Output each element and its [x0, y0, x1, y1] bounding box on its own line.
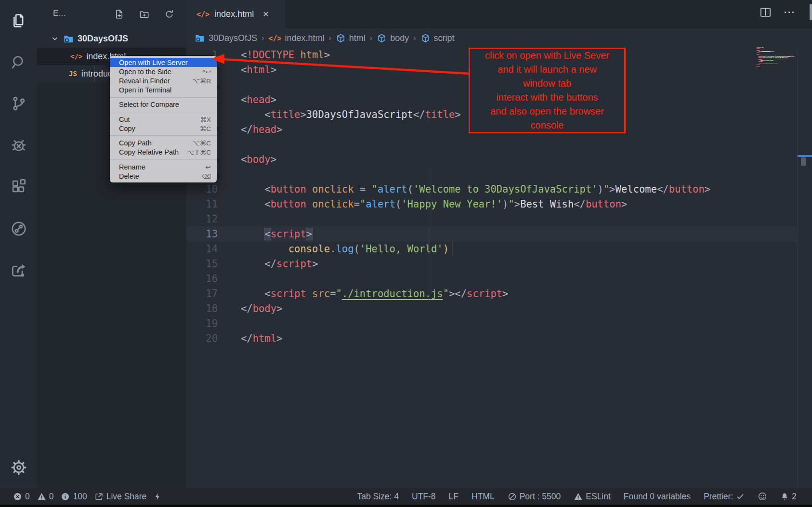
annotation-text-line: interact with the buttons	[470, 91, 624, 104]
line-content: </body>	[241, 301, 282, 316]
tab-index-html[interactable]: </> index.html ✕	[186, 0, 285, 28]
status-item-prettier-[interactable]: Prettier:	[704, 492, 745, 502]
line-number: 14	[186, 242, 218, 257]
line-content: <title>30DaysOfJavaScript</title>	[241, 107, 461, 122]
check-icon	[736, 492, 745, 501]
menu-item-open-to-the-side[interactable]: Open to the Side^↩	[110, 67, 217, 76]
status-item-label: Found 0 variables	[624, 492, 691, 502]
menu-item-reveal-in-finder[interactable]: Reveal in Finder⌥⌘R	[110, 76, 217, 85]
annotation-text-line: and also open the browser	[470, 104, 624, 118]
menu-separator	[110, 97, 217, 98]
menu-item-copy-relative-path[interactable]: Copy Relative Path⌥⇧⌘C	[110, 148, 217, 157]
new-file-icon[interactable]	[113, 8, 125, 20]
tab-label: index.html	[214, 9, 254, 19]
status-item-label: HTML	[471, 492, 495, 502]
menu-item-shortcut: ⌥⌘C	[192, 139, 211, 147]
more-actions-icon[interactable]	[783, 6, 796, 19]
debug-icon[interactable]	[0, 129, 37, 162]
menu-item-label: Delete	[119, 172, 139, 180]
extensions-icon[interactable]	[0, 170, 37, 204]
scrollbar-thumb[interactable]	[801, 157, 806, 166]
menu-item-copy-path[interactable]: Copy Path⌥⌘C	[110, 139, 217, 148]
settings-gear-icon[interactable]	[0, 451, 37, 484]
menu-item-open-with-live-server[interactable]: Open with Live Server	[110, 58, 217, 67]
menu-item-label: Copy	[119, 125, 135, 132]
annotation-text-line: click on open with Live Sever	[470, 49, 624, 63]
menu-item-shortcut: ⌫	[202, 172, 211, 180]
line-number: 11	[186, 197, 218, 212]
new-folder-icon[interactable]	[138, 8, 150, 20]
menu-item-open-in-terminal[interactable]: Open in Terminal	[110, 85, 217, 94]
code-line-12: 12	[186, 212, 797, 227]
line-content: console.log('Hello, World')	[241, 242, 449, 257]
html-file-icon: </>	[196, 10, 210, 19]
menu-item-shortcut: ↩	[206, 163, 211, 171]
menu-item-label: Open in Terminal	[119, 86, 171, 94]
menu-item-shortcut: ⌥⇧⌘C	[187, 148, 211, 156]
refresh-icon[interactable]	[163, 8, 175, 20]
minimap-line	[773, 60, 773, 61]
status-item-label: ESLint	[586, 492, 611, 502]
line-number: 19	[186, 316, 218, 331]
menu-item-delete[interactable]: Delete⌫	[110, 171, 217, 181]
status-item-utf-8[interactable]: UTF-8	[412, 492, 436, 502]
sidebar-item-root-folder[interactable]: 30DaysOfJS	[37, 30, 186, 47]
status-item-port-5500[interactable]: Port : 5500	[508, 492, 561, 502]
status-item-found-0-variables[interactable]: Found 0 variables	[624, 492, 691, 502]
status-item-lf[interactable]: LF	[449, 492, 458, 502]
menu-item-rename[interactable]: Rename↩	[110, 162, 217, 171]
menu-item-copy[interactable]: Copy⌘C	[110, 124, 217, 133]
menu-item-label: Reveal in Finder	[119, 77, 170, 85]
activity-bar	[0, 0, 37, 488]
source-control-icon[interactable]	[0, 87, 37, 120]
line-content: <!DOCTYPE html>	[241, 48, 330, 63]
split-editor-icon[interactable]	[759, 6, 772, 19]
menu-item-cut[interactable]: Cut⌘X	[110, 115, 217, 124]
search-icon[interactable]	[0, 45, 37, 79]
code-line-7: 7	[186, 137, 797, 152]
line-content: <button onclick = "alert('Welcome to 30D…	[241, 182, 710, 197]
line-number: 18	[186, 301, 218, 316]
close-icon[interactable]: ✕	[262, 10, 269, 19]
smiley-icon	[758, 492, 767, 501]
breadcrumb-30daysofjs[interactable]: 30DaysOfJS	[195, 33, 257, 43]
breadcrumb-label: body	[390, 33, 409, 43]
menu-item-label: Copy Path	[119, 139, 152, 147]
breadcrumb-script[interactable]: script	[420, 33, 455, 43]
status-item-bolt-icon[interactable]	[154, 492, 161, 501]
code-line-14: 14 console.log('Hello, World')	[186, 242, 797, 257]
menu-item-label: Select for Compare	[119, 101, 179, 108]
annotation-text-line: window tab	[470, 77, 624, 91]
minimap-line	[778, 64, 778, 65]
status-item-live-share[interactable]: Live Share	[94, 492, 147, 502]
window-bottom-edge	[0, 505, 812, 507]
status-item-2[interactable]: 2	[780, 492, 797, 502]
menu-item-shortcut: ⌘X	[200, 116, 211, 123]
minimap-line	[759, 57, 762, 58]
minimap-line	[759, 54, 760, 55]
line-number: 15	[186, 257, 218, 272]
status-item-0[interactable]: 0	[37, 492, 54, 502]
status-item-0[interactable]: 0	[13, 492, 30, 502]
breadcrumb-index-html[interactable]: </>index.html	[268, 33, 324, 43]
minimap-line	[770, 57, 773, 58]
breadcrumb-body[interactable]: body	[377, 33, 409, 43]
breadcrumb-html[interactable]: html	[336, 33, 366, 43]
root-folder-label: 30DaysOfJS	[78, 34, 128, 44]
remote-circle-branch-icon[interactable]	[0, 212, 37, 246]
menu-separator	[110, 159, 217, 160]
status-item-eslint[interactable]: ESLint	[574, 492, 611, 502]
status-item-100[interactable]: 100	[61, 492, 87, 502]
status-item-tab-size-4[interactable]: Tab Size: 4	[357, 492, 399, 502]
annotation-box: click on open with Live Severand it will…	[469, 48, 626, 133]
minimap[interactable]	[757, 47, 795, 69]
status-item-smiley-icon[interactable]	[758, 492, 767, 501]
line-content: <script>	[241, 227, 312, 242]
code-line-15: 15 </script>	[186, 257, 797, 272]
status-item-html[interactable]: HTML	[471, 492, 495, 502]
slash-icon	[508, 492, 517, 501]
live-share-icon[interactable]	[0, 253, 37, 287]
vscode-window: E... 30DaysOfJS </> index.html	[0, 0, 812, 507]
explorer-icon[interactable]	[0, 4, 37, 38]
menu-item-select-for-compare[interactable]: Select for Compare	[110, 100, 217, 109]
